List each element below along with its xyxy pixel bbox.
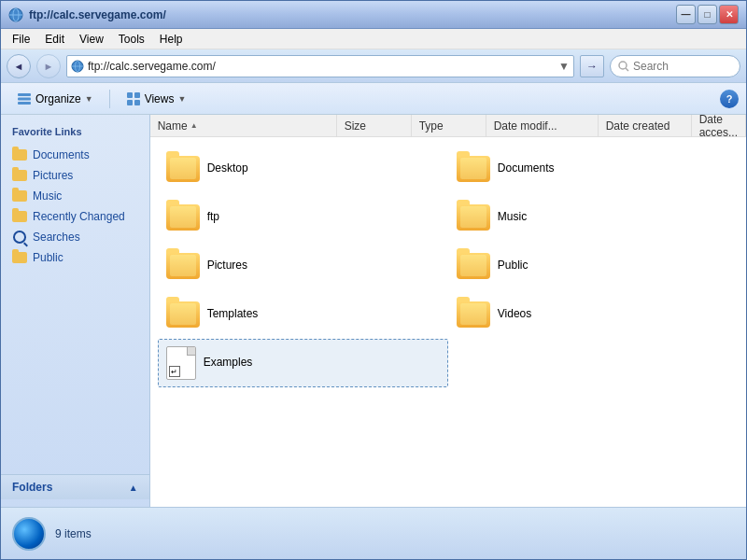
col-header-created[interactable]: Date created xyxy=(599,115,692,136)
file-grid: Desktop Documents ftp Music xyxy=(150,137,746,507)
file-area: Name ▲ Size Type Date modif... Date crea… xyxy=(150,115,746,507)
file-label-ftp: ftp xyxy=(207,210,219,225)
desktop-folder-icon xyxy=(166,156,200,182)
title-bar: ftp://calc.servegame.com/ — □ ✕ xyxy=(1,1,746,29)
videos-folder-icon xyxy=(457,301,490,328)
svg-rect-9 xyxy=(18,97,31,100)
folders-label: Folders xyxy=(12,481,52,494)
address-input[interactable] xyxy=(88,60,555,73)
status-bar: 9 items xyxy=(1,507,746,559)
file-label-examples: Examples xyxy=(204,356,253,371)
sidebar-item-label-pictures: Pictures xyxy=(33,169,73,182)
col-header-size[interactable]: Size xyxy=(337,115,412,136)
back-button[interactable]: ◄ xyxy=(7,54,31,78)
address-bar: ◄ ► ▼ → xyxy=(1,49,746,83)
file-label-public: Public xyxy=(498,259,529,273)
menu-view[interactable]: View xyxy=(72,31,111,48)
documents-folder-icon xyxy=(12,147,27,162)
col-header-name[interactable]: Name ▲ xyxy=(150,115,337,136)
svg-line-7 xyxy=(626,68,628,71)
menu-help[interactable]: Help xyxy=(152,31,190,48)
svg-rect-12 xyxy=(134,92,140,98)
file-item-pictures[interactable]: Pictures xyxy=(158,242,448,290)
close-button[interactable]: ✕ xyxy=(719,5,739,24)
go-button[interactable]: → xyxy=(580,55,604,77)
col-header-type[interactable]: Type xyxy=(412,115,486,136)
status-item-count: 9 items xyxy=(55,527,92,540)
sidebar-section-title: Favorite Links xyxy=(1,122,149,141)
minimize-button[interactable]: — xyxy=(676,5,696,24)
toolbar-separator xyxy=(109,90,110,108)
menu-edit[interactable]: Edit xyxy=(37,31,72,48)
sidebar-item-documents[interactable]: Documents xyxy=(1,145,149,165)
file-item-documents[interactable]: Documents xyxy=(448,145,739,193)
file-item-public[interactable]: Public xyxy=(448,242,739,290)
views-button[interactable]: Views ▼ xyxy=(118,87,195,111)
svg-rect-13 xyxy=(127,100,133,105)
ftp-folder-icon xyxy=(166,204,200,231)
organize-button[interactable]: Organize ▼ xyxy=(8,87,102,111)
sidebar-item-pictures[interactable]: Pictures xyxy=(1,165,149,186)
file-item-templates[interactable]: Templates xyxy=(158,290,448,339)
views-icon xyxy=(126,91,141,106)
file-label-desktop: Desktop xyxy=(207,161,248,176)
file-label-videos: Videos xyxy=(498,307,531,322)
sidebar: Favorite Links Documents Pictures Music xyxy=(1,115,150,507)
sidebar-item-label-searches: Searches xyxy=(33,231,80,244)
sidebar-item-public[interactable]: Public xyxy=(1,247,149,268)
sidebar-item-recently-changed[interactable]: Recently Changed xyxy=(1,206,149,227)
file-item-ftp[interactable]: ftp xyxy=(158,193,448,242)
recently-changed-folder-icon xyxy=(12,209,27,224)
pictures-folder-icon xyxy=(12,168,27,183)
address-dropdown-icon[interactable]: ▼ xyxy=(558,60,570,73)
organize-icon xyxy=(17,91,32,106)
file-item-music[interactable]: Music xyxy=(448,193,739,242)
examples-file-icon: ↵ xyxy=(166,346,196,380)
col-header-accessed[interactable]: Date acces... xyxy=(692,115,746,136)
maximize-button[interactable]: □ xyxy=(698,5,717,24)
svg-rect-8 xyxy=(18,93,31,96)
search-icon xyxy=(618,61,629,72)
menu-tools[interactable]: Tools xyxy=(111,31,152,48)
sidebar-item-searches[interactable]: Searches xyxy=(1,227,149,247)
window-controls: — □ ✕ xyxy=(676,5,739,24)
file-label-music: Music xyxy=(498,210,527,225)
templates-folder-icon xyxy=(166,301,200,328)
file-item-videos[interactable]: Videos xyxy=(448,290,739,339)
documents-folder-icon-lg xyxy=(457,156,490,182)
search-input[interactable] xyxy=(633,60,726,73)
public-folder-icon-lg xyxy=(457,253,490,279)
searches-icon xyxy=(12,230,27,245)
svg-point-6 xyxy=(619,62,627,69)
status-globe-icon xyxy=(12,517,46,551)
col-header-modified[interactable]: Date modif... xyxy=(486,115,599,136)
svg-rect-10 xyxy=(18,102,31,105)
shortcut-arrow-icon: ↵ xyxy=(169,366,180,377)
address-input-wrap: ▼ xyxy=(66,55,574,77)
music-folder-icon-lg xyxy=(457,204,490,231)
file-item-examples[interactable]: ↵ Examples xyxy=(158,339,448,387)
main-window: ftp://calc.servegame.com/ — □ ✕ File Edi… xyxy=(0,0,747,560)
file-label-pictures: Pictures xyxy=(207,259,247,273)
help-button[interactable]: ? xyxy=(720,90,739,108)
svg-rect-11 xyxy=(127,92,133,98)
window-title: ftp://calc.servegame.com/ xyxy=(29,8,166,21)
sidebar-item-music[interactable]: Music xyxy=(1,186,149,206)
music-folder-icon xyxy=(12,189,27,203)
organize-arrow: ▼ xyxy=(85,94,93,104)
file-item-desktop[interactable]: Desktop xyxy=(158,145,448,193)
menu-file[interactable]: File xyxy=(5,31,37,48)
views-label: Views xyxy=(145,92,175,105)
folders-section: Folders ▲ xyxy=(1,474,149,499)
window-icon xyxy=(8,7,23,22)
sidebar-item-label-documents: Documents xyxy=(33,148,90,161)
sidebar-item-label-music: Music xyxy=(33,189,62,203)
address-icon xyxy=(71,60,84,73)
title-bar-left: ftp://calc.servegame.com/ xyxy=(8,7,166,22)
pictures-folder-icon-lg xyxy=(166,253,200,279)
chevron-up-icon: ▲ xyxy=(129,483,138,493)
folders-header[interactable]: Folders ▲ xyxy=(1,475,149,499)
forward-button[interactable]: ► xyxy=(36,54,61,78)
menu-bar: File Edit View Tools Help xyxy=(1,29,746,49)
file-label-templates: Templates xyxy=(207,307,259,322)
